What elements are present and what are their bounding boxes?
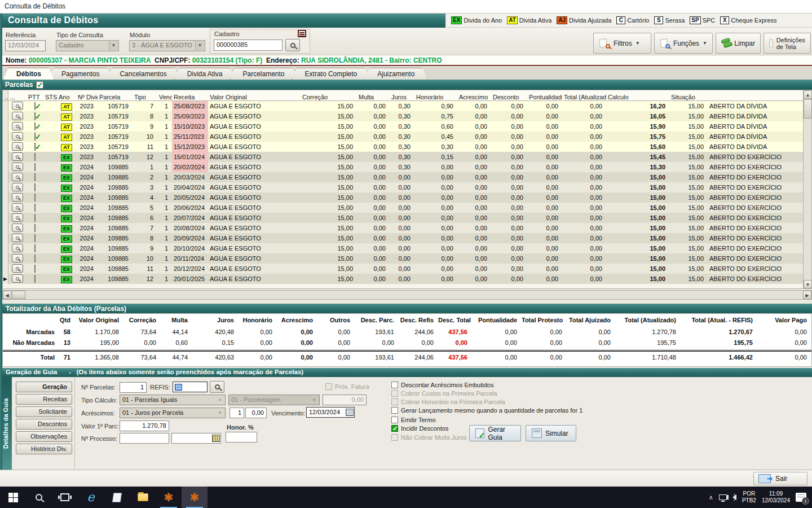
row-detail-button[interactable] xyxy=(12,142,23,151)
notification-icon[interactable]: 1 xyxy=(796,493,806,502)
detalhes-guia-tab[interactable]: Detalhes da Guia xyxy=(2,377,12,470)
row-detail-button[interactable] xyxy=(12,264,23,273)
tipo-consulta-select[interactable]: Cadastro▼ xyxy=(56,40,119,51)
guia-nav-hist-rico-div-[interactable]: Histórico Div. xyxy=(16,444,72,454)
row-select-checkbox[interactable] xyxy=(34,183,36,191)
table-row[interactable]: AT202310571911115/12/2023AGUA E ESGOTO15… xyxy=(3,142,803,152)
taskbar-start[interactable] xyxy=(0,487,26,508)
table-row[interactable]: EX20241098859120/10/2024AGUA E ESGOTO15,… xyxy=(3,243,803,253)
row-detail-button[interactable] xyxy=(12,254,23,262)
parcelas-checkbox[interactable] xyxy=(36,81,43,89)
table-row[interactable]: AT202310571910125/11/2023AGUA E ESGOTO15… xyxy=(3,132,803,142)
tab-cancelamentos[interactable]: Cancelamentos xyxy=(107,68,179,80)
row-select-checkbox[interactable] xyxy=(34,102,36,110)
row-select-checkbox[interactable] xyxy=(34,234,36,242)
prox-fatura-checkbox[interactable]: Próx. Fatura xyxy=(325,383,369,390)
sair-button[interactable]: Sair xyxy=(753,472,807,485)
honor-field[interactable] xyxy=(226,432,257,443)
row-select-checkbox[interactable] xyxy=(34,255,36,262)
taskbar-app-orange[interactable]: ✱ xyxy=(156,487,182,508)
list-icon[interactable] xyxy=(298,30,306,37)
chevron-down-icon[interactable]: ▼ xyxy=(109,41,118,50)
guia-nav-solicitante[interactable]: Solicitante xyxy=(16,406,72,417)
tab-pagamentos[interactable]: Pagamentos xyxy=(48,68,112,80)
table-row[interactable]: EX20241098852120/03/2024AGUA E ESGOTO15,… xyxy=(3,172,803,182)
chevron-down-icon[interactable]: ▼ xyxy=(195,41,204,50)
row-detail-button[interactable] xyxy=(12,183,23,191)
vscroll-thumb[interactable] xyxy=(804,99,812,119)
scroll-up-icon[interactable]: ▲ xyxy=(804,90,812,99)
row-detail-button[interactable] xyxy=(12,102,23,110)
row-detail-button[interactable] xyxy=(12,203,23,212)
row-detail-button[interactable] xyxy=(12,132,23,141)
row-select-checkbox[interactable] xyxy=(34,275,36,283)
taskbar-task-view[interactable] xyxy=(52,487,78,508)
refis-field[interactable] xyxy=(173,382,208,392)
table-row[interactable]: EX20241098858120/09/2024AGUA E ESGOTO15,… xyxy=(3,233,803,243)
speaker-icon[interactable] xyxy=(732,494,736,500)
row-select-checkbox[interactable] xyxy=(34,112,36,120)
tab-ajuizamento[interactable]: Ajuizamento xyxy=(364,68,427,80)
row-detail-button[interactable] xyxy=(12,213,23,222)
acrescimos-n-field[interactable]: 1 xyxy=(230,408,244,418)
table-row[interactable]: EX202410988511120/12/2024AGUA E ESGOTO15… xyxy=(3,264,803,274)
guia-nav-receitas[interactable]: Receitas xyxy=(16,394,72,405)
acrescimos-select[interactable]: 01 - Juros por Parcela˅ xyxy=(120,408,226,418)
tab-débitos[interactable]: Débitos xyxy=(3,68,54,80)
row-detail-button[interactable] xyxy=(12,193,23,202)
modulo-select[interactable]: 3 - ÁGUA E ESGOTO▼ xyxy=(129,40,205,51)
table-row[interactable]: ▶EX202410988512120/01/2025AGUA E ESGOTO1… xyxy=(3,274,803,284)
vertical-scrollbar[interactable]: ▲ ▼ xyxy=(803,90,812,289)
taskbar-search[interactable] xyxy=(26,487,52,508)
taskbar-internet-explorer[interactable]: e xyxy=(78,487,104,508)
table-row[interactable]: EX20241098851120/02/2024AGUA E ESGOTO15,… xyxy=(3,162,803,172)
row-select-checkbox[interactable] xyxy=(34,265,36,273)
row-detail-button[interactable] xyxy=(12,163,23,171)
row-select-checkbox[interactable] xyxy=(34,173,36,181)
tray-chevron-icon[interactable]: ∧ xyxy=(709,494,713,501)
row-select-checkbox[interactable] xyxy=(34,204,36,212)
calendar-icon[interactable] xyxy=(346,409,354,416)
row-select-checkbox[interactable] xyxy=(34,153,36,161)
language-indicator[interactable]: PORPTB2 xyxy=(742,491,756,504)
cadastro-search-button[interactable] xyxy=(285,39,300,51)
row-detail-button[interactable] xyxy=(12,173,23,181)
taskbar-notes-app[interactable] xyxy=(104,487,130,508)
tab-extrato-completo[interactable]: Extrato Completo xyxy=(292,68,370,80)
hscroll-thumb[interactable] xyxy=(12,291,25,299)
table-row[interactable]: EX20241098856120/07/2024AGUA E ESGOTO15,… xyxy=(3,213,803,223)
scroll-left-icon[interactable]: ◀ xyxy=(3,291,11,299)
simular-button[interactable]: Simular xyxy=(526,425,576,441)
table-row[interactable]: EX20241098857120/08/2024AGUA E ESGOTO15,… xyxy=(3,223,803,233)
row-select-checkbox[interactable] xyxy=(34,133,36,141)
gerar-guia-button[interactable]: Gerar Guia xyxy=(469,425,521,441)
taskbar-file-explorer[interactable] xyxy=(130,487,156,508)
scroll-right-icon[interactable]: ▶ xyxy=(803,291,811,299)
table-row[interactable]: EX20241098855120/06/2024AGUA E ESGOTO15,… xyxy=(3,203,803,213)
tab-divida-ativa[interactable]: Divida Ativa xyxy=(174,68,236,80)
n-parcelas-field[interactable]: 1 xyxy=(120,382,147,393)
row-detail-button[interactable] xyxy=(12,152,23,161)
table-row[interactable]: EX202410988510120/11/2024AGUA E ESGOTO15… xyxy=(3,253,803,264)
table-row[interactable]: AT20231057197125/08/2023AGUA E ESGOTO15,… xyxy=(3,101,803,111)
taskbar-app-orange-active[interactable]: ✱ xyxy=(182,487,208,508)
table-row[interactable]: EX20241098853120/04/2024AGUA E ESGOTO15,… xyxy=(3,182,803,192)
guia-checkbox-4[interactable]: Gerar Lançamento mesmo quando a quantida… xyxy=(391,407,582,414)
row-select-checkbox[interactable] xyxy=(34,143,36,151)
tab-parcelamento[interactable]: Parcelamento xyxy=(230,68,298,80)
guia-nav-descontos[interactable]: Descontos xyxy=(16,419,72,430)
processo-field[interactable] xyxy=(120,433,169,444)
row-select-checkbox[interactable] xyxy=(34,122,36,130)
refis-search-button[interactable] xyxy=(210,381,224,393)
valor-parc-field[interactable]: 1.270,78 xyxy=(120,421,169,431)
clock[interactable]: 11:0912/03/2024 xyxy=(762,491,790,504)
row-detail-button[interactable] xyxy=(12,234,23,242)
definicoes-tela-button[interactable]: Definiçõesde Tela xyxy=(764,33,811,54)
table-row[interactable]: EX20241098854120/05/2024AGUA E ESGOTO15,… xyxy=(3,192,803,203)
vencimento-field[interactable]: 12/03/2024 xyxy=(306,407,355,418)
row-detail-button[interactable] xyxy=(12,274,23,283)
processo-field-2[interactable] xyxy=(171,433,221,444)
row-select-checkbox[interactable] xyxy=(34,214,36,222)
limpar-button[interactable]: Limpar xyxy=(716,33,761,54)
guia-checkbox-6[interactable]: Incidir Descontos xyxy=(391,425,448,432)
